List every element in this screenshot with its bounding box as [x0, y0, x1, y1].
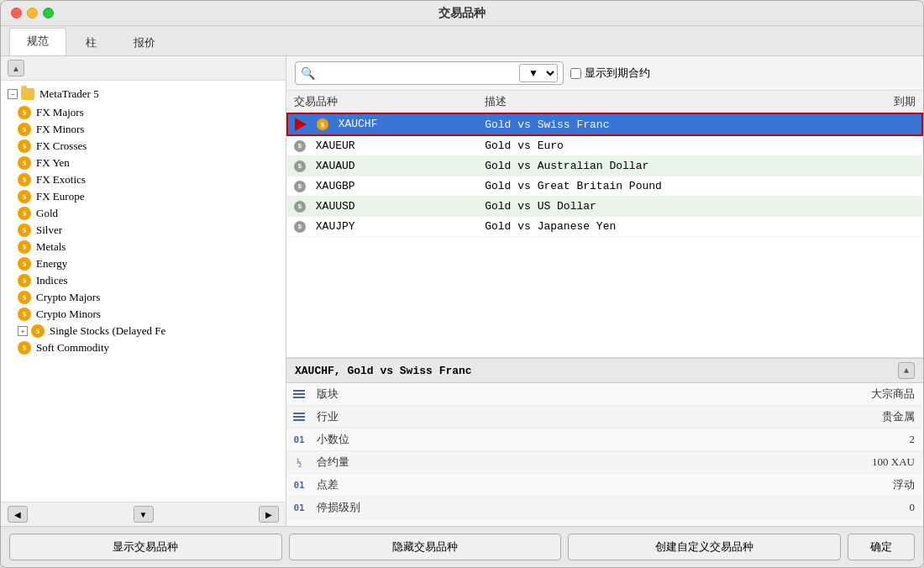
col-header-description: 描述	[478, 91, 853, 113]
expiry-cell	[853, 197, 922, 217]
table-row[interactable]: $ XAUJPY Gold vs Japanese Yen	[287, 217, 922, 237]
coin-icon-single-stocks: $	[31, 324, 45, 338]
detail-label-contract: 合约量	[312, 451, 839, 473]
coin-icon-row2: $	[294, 160, 306, 172]
search-input[interactable]	[318, 67, 519, 80]
detail-row-digits: 01 小数位 2	[286, 429, 923, 451]
table-row[interactable]: $ XAUUSD Gold vs US Dollar	[287, 197, 922, 217]
detail-icon-lines-1	[286, 409, 312, 424]
confirm-button[interactable]: 确定	[848, 534, 915, 560]
tree-item-silver[interactable]: $ Silver	[1, 222, 286, 239]
coin-icon-row4: $	[294, 201, 306, 213]
detail-label-spread: 点差	[312, 474, 839, 496]
description-cell: Gold vs US Dollar	[478, 197, 853, 217]
tree-item-soft-commodity[interactable]: $ Soft Commodity	[1, 339, 286, 356]
detail-row-sector: 版块 大宗商品	[286, 383, 923, 406]
table-header-row: 交易品种 描述 到期	[287, 91, 922, 113]
table-row[interactable]: $ XAUCHF Gold vs Swiss Franc	[287, 113, 922, 135]
expiry-cell	[853, 135, 922, 156]
tree-item-single-stocks[interactable]: + $ Single Stocks (Delayed Fe	[1, 323, 286, 339]
symbol-cell: $ XAUUSD	[287, 197, 478, 217]
tree-content[interactable]: − MetaTrader 5 $ FX Majors $ FX Minors $…	[1, 81, 286, 502]
search-bar: 🔍 ▼ 显示到期合约	[286, 56, 923, 91]
detail-table: 版块 大宗商品 行业 贵金属 01	[286, 383, 923, 526]
symbols-table-section: 交易品种 描述 到期 $ XAUCHF	[286, 91, 923, 358]
left-panel: ▲ − MetaTrader 5 $ FX Majors $ FX Minors	[1, 56, 286, 526]
coin-icon-fx-exotics: $	[18, 173, 31, 187]
detail-label-sector: 版块	[312, 383, 839, 405]
detail-icon-half-3: ½	[286, 454, 312, 471]
tree-item-energy[interactable]: $ Energy	[1, 255, 286, 272]
coin-icon-silver: $	[18, 224, 31, 237]
detail-row-contract: ½ 合约量 100 XAU	[286, 451, 923, 474]
close-button[interactable]	[11, 8, 22, 18]
description-cell: Gold vs Euro	[478, 135, 853, 156]
tree-next-btn[interactable]: ▶	[259, 506, 279, 523]
show-symbols-button[interactable]: 显示交易品种	[9, 534, 282, 560]
coin-icon-fx-yen: $	[18, 156, 31, 170]
coin-icon-soft-commodity: $	[18, 341, 31, 355]
tree-item-fx-yen[interactable]: $ FX Yen	[1, 155, 286, 171]
expiry-cell	[853, 113, 922, 135]
description-cell: Gold vs Japanese Yen	[478, 217, 853, 237]
tree-item-fx-europe[interactable]: $ FX Europe	[1, 188, 286, 205]
tree-item-crypto-minors[interactable]: $ Crypto Minors	[1, 306, 286, 323]
detail-icon-01-2: 01	[286, 431, 312, 449]
detail-value-spread: 浮动	[839, 474, 923, 496]
tree-expand-icon[interactable]: −	[8, 89, 18, 99]
tree-scroll-up[interactable]: ▲	[8, 60, 24, 76]
tree-root-item[interactable]: − MetaTrader 5	[1, 84, 286, 104]
symbol-cell: $ XAUAUD	[287, 156, 478, 176]
tree-item-fx-crosses[interactable]: $ FX Crosses	[1, 138, 286, 155]
tree-item-metals[interactable]: $ Metals	[1, 239, 286, 255]
coin-icon-crypto-minors: $	[18, 308, 31, 321]
create-custom-symbol-button[interactable]: 创建自定义交易品种	[568, 534, 841, 560]
tab-guifan[interactable]: 规范	[9, 28, 66, 55]
coin-icon-row5: $	[294, 221, 306, 233]
show-expiry-label[interactable]: 显示到期合约	[570, 66, 650, 81]
table-row[interactable]: $ XAUEUR Gold vs Euro	[287, 135, 922, 156]
hide-symbols-button[interactable]: 隐藏交易品种	[289, 534, 562, 560]
coin-icon-energy: $	[18, 257, 31, 271]
tree-item-fx-majors[interactable]: $ FX Majors	[1, 104, 286, 121]
table-row[interactable]: $ XAUAUD Gold vs Australian Dollar	[287, 156, 922, 176]
tree-prev-btn[interactable]: ◀	[8, 506, 28, 523]
expiry-cell	[853, 156, 922, 176]
detail-label-industry: 行业	[312, 406, 839, 428]
minimize-button[interactable]	[27, 8, 38, 18]
tree-item-crypto-majors[interactable]: $ Crypto Majors	[1, 289, 286, 306]
coin-icon-row0: $	[317, 118, 328, 130]
folder-icon	[21, 88, 34, 100]
search-input-wrap: 🔍 ▼	[295, 61, 564, 85]
tree-item-fx-exotics[interactable]: $ FX Exotics	[1, 171, 286, 188]
tab-baojia[interactable]: 报价	[116, 29, 173, 55]
tab-zhu[interactable]: 柱	[68, 29, 114, 55]
detail-value-industry: 贵金属	[839, 406, 923, 428]
coin-icon-fx-majors: $	[18, 106, 31, 119]
main-window: 交易品种 规范 柱 报价 ▲ − MetaTrader 5	[0, 0, 924, 568]
tree-footer: ◀ ▼ ▶	[1, 502, 286, 526]
tree-scroll-down-btn[interactable]: ▼	[134, 506, 154, 523]
tree-root-label: MetaTrader 5	[39, 87, 99, 101]
detail-icon-01-5: 01	[286, 499, 312, 517]
tree-expand-single-stocks[interactable]: +	[18, 326, 28, 336]
maximize-button[interactable]	[43, 8, 54, 18]
search-dropdown[interactable]: ▼	[519, 64, 558, 82]
detail-section: XAUCHF, Gold vs Swiss Franc ▲ 版块 大宗商品	[286, 358, 923, 526]
detail-row-industry: 行业 贵金属	[286, 406, 923, 429]
tree-header: ▲	[1, 56, 286, 81]
coin-icon-fx-europe: $	[18, 190, 31, 203]
table-row[interactable]: $ XAUGBP Gold vs Great Britain Pound	[287, 176, 922, 197]
description-cell: Gold vs Great Britain Pound	[478, 176, 853, 197]
coin-icon-indices: $	[18, 274, 31, 287]
detail-scroll-up[interactable]: ▲	[898, 362, 915, 379]
traffic-lights	[11, 8, 54, 18]
tree-item-indices[interactable]: $ Indices	[1, 272, 286, 289]
tree-item-fx-minors[interactable]: $ FX Minors	[1, 121, 286, 138]
show-expiry-checkbox[interactable]	[570, 68, 581, 79]
detail-value-stoplevel: 0	[839, 497, 923, 518]
coin-icon-crypto-majors: $	[18, 291, 31, 304]
detail-row-spread: 01 点差 浮动	[286, 474, 923, 497]
tree-item-gold[interactable]: $ Gold	[1, 205, 286, 222]
detail-title: XAUCHF, Gold vs Swiss Franc	[295, 365, 472, 377]
